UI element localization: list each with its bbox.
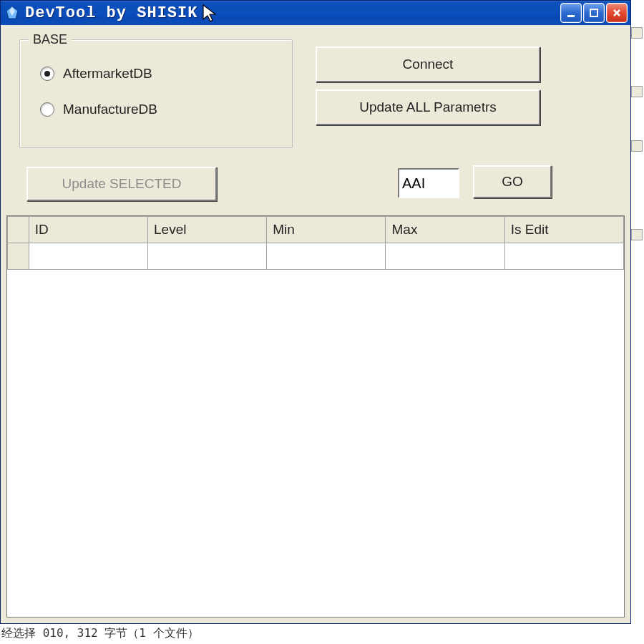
button-label: Update ALL Parametrs [359,99,497,115]
grid-cell[interactable] [504,243,623,270]
radio-icon [40,67,54,81]
grid-cell[interactable] [386,243,504,270]
background-fragment [631,140,643,152]
grid-corner[interactable] [8,217,29,243]
svg-line-4 [614,10,620,16]
go-button[interactable]: GO [473,165,552,198]
grid-cell[interactable] [267,243,386,270]
button-label: GO [502,174,523,190]
code-input[interactable] [398,168,459,198]
connect-button[interactable]: Connect [316,47,540,82]
radio-aftermarketdb[interactable]: AftermarketDB [40,66,152,82]
window-title: DevTool by SHISIK [25,4,560,22]
radio-manufacturedb[interactable]: ManufactureDB [40,102,157,117]
button-label: Connect [403,57,454,72]
radio-icon [40,102,54,117]
radio-label: AftermarketDB [63,66,152,82]
grid-col-min[interactable]: Min [267,217,386,243]
svg-rect-3 [590,9,597,16]
maximize-button[interactable] [583,3,605,23]
grid-header-row: ID Level Min Max Is Edit [8,217,624,243]
app-window: DevTool by SHISIK BASE [0,0,631,624]
svg-rect-2 [567,15,575,17]
update-selected-button[interactable]: Update SELECTED [26,167,217,201]
background-status-text: 经选择 010, 312 字节（1 个文件） [1,626,199,641]
grid-col-id[interactable]: ID [29,217,147,243]
row-selector[interactable] [8,243,29,270]
grid-empty-row[interactable] [8,243,624,270]
svg-line-5 [614,10,620,16]
background-fragment [631,229,643,240]
groupbox-legend: BASE [29,32,72,47]
app-icon [5,6,19,20]
titlebar[interactable]: DevTool by SHISIK [1,1,630,25]
update-all-parametrs-button[interactable]: Update ALL Parametrs [316,89,540,125]
grid-cell[interactable] [29,243,147,270]
background-fragment [631,27,643,39]
close-button[interactable] [606,3,628,23]
client-area: BASE AftermarketDB ManufactureDB Connect… [1,25,630,623]
data-grid[interactable]: ID Level Min Max Is Edit [6,215,625,618]
grid-cell[interactable] [148,243,267,270]
base-groupbox: BASE AftermarketDB ManufactureDB [19,39,293,148]
grid-col-level[interactable]: Level [148,217,267,243]
button-label: Update SELECTED [62,176,182,192]
minimize-button[interactable] [560,3,582,23]
grid-col-max[interactable]: Max [386,217,504,243]
grid-col-isedit[interactable]: Is Edit [504,217,623,243]
radio-selected-dot [44,71,50,77]
radio-label: ManufactureDB [63,102,157,117]
background-fragment [631,86,643,97]
